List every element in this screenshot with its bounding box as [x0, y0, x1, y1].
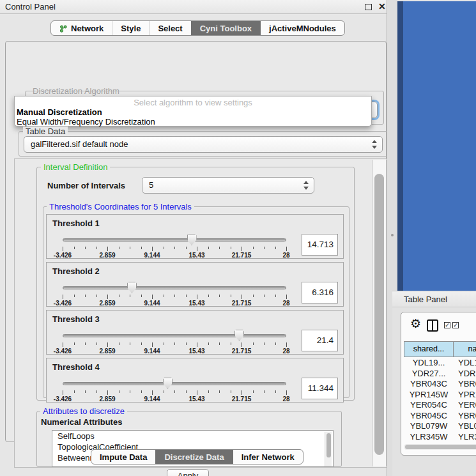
tab-discretize-data[interactable]: Discretize Data: [155, 450, 232, 464]
scrollbar-thumb[interactable]: [374, 174, 384, 455]
horizontal-scrollbar[interactable]: [404, 444, 476, 450]
popup-option-equal-width[interactable]: Equal Width/Frequency Discretization: [17, 117, 155, 127]
table-rows: YDL19...YDL1YDR27...YDR2YBR043CYBR0YPR14…: [404, 358, 476, 445]
slider-thumb[interactable]: [234, 330, 244, 341]
slider-thumb[interactable]: [163, 378, 173, 389]
table-row[interactable]: YER054CYER0: [404, 400, 476, 411]
threshold-label: Threshold 3: [52, 314, 100, 324]
slider-track[interactable]: [63, 238, 286, 242]
tick-label: 28: [282, 395, 289, 403]
list-scrollbar[interactable]: [325, 432, 332, 466]
attribute-list-item[interactable]: SelfLoops: [52, 431, 333, 441]
cell-shared-name[interactable]: YLR345W: [404, 432, 454, 443]
tab-style[interactable]: Style: [112, 21, 149, 35]
cell-shared-name[interactable]: YDL19...: [404, 358, 454, 369]
table-row[interactable]: YLR345WYLR3: [404, 432, 476, 443]
slider-track[interactable]: [63, 334, 286, 337]
tick-label: 2.859: [99, 252, 115, 259]
column-header-name[interactable]: na: [454, 341, 476, 357]
number-of-intervals-combobox[interactable]: 5: [142, 177, 314, 194]
tick-label: 21.715: [232, 395, 252, 403]
table-row[interactable]: YBL079WYBL0: [404, 421, 476, 432]
cell-name[interactable]: YPR1: [454, 390, 476, 401]
cell-name[interactable]: YER0: [454, 400, 476, 411]
tab-label: jActiveMNodules: [269, 24, 336, 33]
cell-shared-name[interactable]: YDR27...: [404, 369, 454, 380]
close-icon[interactable]: ✕: [378, 1, 386, 12]
table-row[interactable]: YBR043CYBR0: [404, 379, 476, 390]
network-view-frame: GAL80GGAL11GAL4GCY1HHAP2C: [397, 1, 476, 291]
slider-thumb[interactable]: [127, 282, 137, 293]
table-row[interactable]: YPR145WYPR1: [404, 390, 476, 401]
tab-network[interactable]: Network: [51, 21, 112, 35]
cell-shared-name[interactable]: YBR043C: [404, 379, 454, 390]
cell-shared-name[interactable]: YER054C: [404, 400, 454, 411]
divider-handle[interactable]: [391, 234, 394, 236]
tick-label: -3.426: [54, 300, 72, 307]
tab-jactivemnodules[interactable]: jActiveMNodules: [260, 21, 344, 35]
threshold-slider[interactable]: -3.4262.8599.14415.4321.71528: [63, 280, 286, 306]
cyni-toolbox-panel: Discretization Algorithm Select algorith…: [5, 41, 387, 442]
column-header-shared-name[interactable]: shared...: [404, 341, 454, 357]
tab-label: Style: [121, 24, 141, 33]
cell-name[interactable]: YBL0: [454, 421, 476, 432]
tab-impute-data[interactable]: Impute Data: [91, 450, 155, 464]
threshold-panel: Threshold 3 -3.4262.8599.14415.4321.7152…: [46, 310, 344, 355]
threshold-label: Threshold 2: [52, 266, 100, 276]
cell-name[interactable]: YLR3: [454, 432, 476, 443]
tab-label: Cyni Toolbox: [200, 24, 252, 33]
threshold-slider[interactable]: -3.4262.8599.14415.4321.71528: [63, 376, 286, 402]
apply-button[interactable]: Apply: [167, 469, 209, 476]
threshold-value-field[interactable]: 21.4: [302, 330, 338, 351]
tab-infer-network[interactable]: Infer Network: [233, 450, 303, 464]
stepper-icon: [303, 181, 309, 190]
control-panel-titlebar: Control Panel ✕: [0, 0, 391, 14]
threshold-slider[interactable]: -3.4262.8599.14415.4321.71528: [63, 328, 286, 354]
table-panel-title: Table Panel: [404, 295, 447, 304]
threshold-label: Threshold 1: [52, 219, 100, 228]
vertical-scrollbar[interactable]: [372, 160, 387, 466]
cell-shared-name[interactable]: YBR045C: [404, 411, 454, 422]
slider-thumb[interactable]: [187, 234, 197, 245]
cell-shared-name[interactable]: YBL079W: [404, 421, 454, 432]
slider-track[interactable]: [63, 382, 286, 385]
bottom-tab-strip: Impute DataDiscretize DataInfer Network: [91, 449, 303, 464]
cell-name[interactable]: YDL1: [454, 358, 476, 369]
tab-cyni-toolbox[interactable]: Cyni Toolbox: [191, 21, 260, 35]
scrollbar-thumb[interactable]: [405, 445, 476, 449]
tab-label: Impute Data: [100, 452, 147, 462]
numerical-attributes-label: Numerical Attributes: [41, 417, 122, 427]
split-view-icon[interactable]: [427, 319, 438, 332]
table-row[interactable]: YDL19...YDL1: [404, 358, 476, 369]
popup-option-manual-discretization[interactable]: Manual Discretization: [17, 107, 102, 117]
cell-shared-name[interactable]: YPR145W: [404, 390, 454, 401]
threshold-value-field[interactable]: 11.344: [302, 378, 338, 399]
tick-label: 2.859: [99, 300, 115, 307]
cell-name[interactable]: YBR0: [454, 379, 476, 390]
table-row[interactable]: YDR27...YDR2: [404, 369, 476, 380]
tick-label: 15.43: [188, 395, 204, 403]
cell-name[interactable]: YDR2: [454, 369, 476, 380]
tick-label: 21.715: [232, 348, 252, 355]
tick-label: 15.43: [188, 252, 204, 259]
tick-label: -3.426: [54, 348, 72, 355]
tab-select[interactable]: Select: [149, 21, 190, 35]
slider-track[interactable]: [63, 286, 286, 289]
table-row[interactable]: YBR045CYBR0: [404, 411, 476, 422]
threshold-value-field[interactable]: 14.713: [302, 234, 338, 256]
tick-label: 9.144: [144, 252, 160, 259]
threshold-slider[interactable]: -3.4262.8599.14415.4321.71528: [63, 233, 286, 258]
checkbox-icon[interactable]: ✓: [444, 322, 450, 328]
tick-label: 9.144: [144, 348, 160, 355]
algorithm-dropdown-popup: Select algorithm to view settings Manual…: [14, 96, 372, 127]
top-tab-strip: NetworkStyleSelectCyni ToolboxjActiveMNo…: [50, 20, 345, 36]
scrollbar-thumb[interactable]: [326, 433, 331, 457]
table-data-combobox[interactable]: galFiltered.sif default node: [24, 136, 383, 153]
checkbox-icon[interactable]: ✓: [452, 322, 459, 328]
threshold-value-field[interactable]: 6.316: [302, 282, 338, 303]
tick-label: 2.859: [99, 348, 115, 355]
tick-label: 15.43: [188, 348, 204, 355]
cell-name[interactable]: YBR0: [454, 411, 476, 422]
float-window-icon[interactable]: [365, 4, 372, 10]
gear-icon[interactable]: ⚙: [410, 316, 421, 330]
